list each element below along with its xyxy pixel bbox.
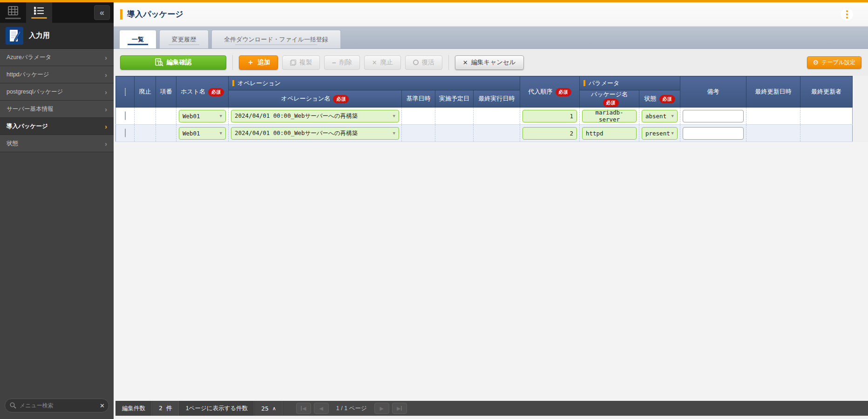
last-page-icon: ▶ xyxy=(397,405,400,412)
per-page-select[interactable]: 25 ∧ xyxy=(255,401,283,416)
col-updater: 最終更新者 xyxy=(800,76,853,108)
host-select[interactable]: Web01 ▼ xyxy=(179,127,226,140)
duplicate-icon xyxy=(290,60,296,66)
per-page-label: 1ページに表示する件数 xyxy=(179,401,255,416)
select-all-checkbox[interactable] xyxy=(125,88,126,96)
row-checkbox[interactable] xyxy=(125,128,126,137)
row-checkbox[interactable] xyxy=(125,111,126,120)
host-value: Web01 xyxy=(183,113,200,120)
data-table-zone: 廃止 項番 ホスト名必須 オペレーション 代入順序必須 パラメータ 備考 xyxy=(114,76,868,142)
menu-search-input[interactable] xyxy=(20,402,96,409)
operation-select[interactable]: 2024/04/01 00:00_Webサーバーへの再構築 ▼ xyxy=(231,110,399,122)
col-updated: 最終更新日時 xyxy=(746,76,800,108)
chevron-right-icon: › xyxy=(105,105,107,113)
package-input[interactable]: httpd xyxy=(582,127,637,140)
sidebar-item-httpd-package[interactable]: httpdパッケージ › xyxy=(0,66,114,83)
page-title: 導入パッケージ xyxy=(127,9,183,20)
edit-count-label: 編集件数 xyxy=(115,401,152,416)
sidebar-item-label: サーバー基本情報 xyxy=(7,105,54,113)
tab-list-view[interactable] xyxy=(26,2,52,23)
sidebar-item-label: httpdパッケージ xyxy=(7,71,49,79)
edit-count-number: 2 件 xyxy=(159,404,172,412)
caret-up-icon: ∧ xyxy=(272,405,276,412)
note-input[interactable] xyxy=(683,110,744,122)
state-select[interactable]: present ▼ xyxy=(642,127,678,140)
gear-icon: ⚙ xyxy=(813,59,819,66)
tab-list[interactable]: 一覧 xyxy=(119,30,156,48)
tab-download-bulk-register[interactable]: 全件ダウンロード・ファイル一括登録 xyxy=(211,30,341,48)
col-host: ホスト名必須 xyxy=(176,76,229,108)
last-page-button[interactable]: ▶ xyxy=(392,403,407,414)
prev-page-icon: ◀ xyxy=(319,405,323,412)
col-group-operation: オペレーション xyxy=(229,76,520,90)
sidebar-collapse-button[interactable]: « xyxy=(94,5,110,20)
table-settings-button[interactable]: ⚙ テーブル設定 xyxy=(807,56,861,69)
state-value: present xyxy=(645,130,670,137)
order-input[interactable]: 2 xyxy=(522,127,577,140)
chevron-right-icon: › xyxy=(105,140,107,148)
prev-page-button[interactable]: ◀ xyxy=(314,403,329,414)
sidebar-item-label: Azureパラメータ xyxy=(7,54,51,61)
sidebar-item-postgresql-package[interactable]: postgresqlパッケージ › xyxy=(0,83,114,101)
sidebar-filler xyxy=(0,152,114,395)
edit-count-value: 2 件 xyxy=(152,401,179,416)
menu-search-box: ✕ xyxy=(5,399,109,412)
sidebar-item-status[interactable]: 状態 › xyxy=(0,135,114,152)
duplicate-button[interactable]: 複製 xyxy=(282,55,320,70)
chevron-right-icon: › xyxy=(105,122,107,130)
host-value: Web01 xyxy=(183,130,200,137)
parameter-group-label: パラメータ xyxy=(589,80,619,87)
toolbar-divider xyxy=(232,55,233,70)
group-accent-bar xyxy=(232,80,234,86)
col-host-label: ホスト名 xyxy=(181,88,205,95)
note-input[interactable] xyxy=(683,127,744,140)
next-page-button[interactable]: ▶ xyxy=(374,403,389,414)
restore-label: 復活 xyxy=(422,58,434,67)
chevron-right-icon: › xyxy=(105,71,107,79)
sidebar-section-title: 入力用 xyxy=(29,31,50,40)
delete-button[interactable]: − 削除 xyxy=(324,55,360,70)
operation-select[interactable]: 2024/04/01 00:00_Webサーバーへの再構築 ▼ xyxy=(231,127,399,140)
host-select[interactable]: Web01 ▼ xyxy=(179,110,226,122)
tab-grid-view[interactable] xyxy=(0,2,26,23)
col-scheduled-date: 実施予定日 xyxy=(435,90,474,108)
col-group-parameter: パラメータ xyxy=(580,76,680,90)
minus-icon: − xyxy=(332,59,336,67)
kebab-menu-icon[interactable] xyxy=(841,8,853,20)
package-input[interactable]: mariadb-server xyxy=(582,110,637,122)
discard-button[interactable]: ✕ 廃止 xyxy=(364,55,401,70)
sidebar-item-server-basic-info[interactable]: サーバー基本情報 › xyxy=(0,101,114,118)
tab-label: 変更履歴 xyxy=(172,35,196,44)
add-button[interactable]: ＋ 追加 xyxy=(239,55,278,70)
chevron-right-icon: › xyxy=(105,88,107,96)
table-row: Web01 ▼ 2024/04/01 00:00_Webサーバーへの再構築 ▼ … xyxy=(116,125,853,142)
chevron-down-icon: ▼ xyxy=(393,114,395,118)
sidebar-section-header: 入力用 xyxy=(0,23,114,49)
table-row: Web01 ▼ 2024/04/01 00:00_Webサーバーへの再構築 ▼ … xyxy=(116,108,853,125)
state-select[interactable]: absent ▼ xyxy=(642,110,678,122)
operation-value: 2024/04/01 00:00_Webサーバーへの再構築 xyxy=(235,112,358,120)
content-spacer xyxy=(114,142,868,401)
edit-confirm-button[interactable]: 編集確認 xyxy=(120,55,226,70)
required-badge: 必須 xyxy=(556,88,571,96)
chevron-down-icon: ▼ xyxy=(220,131,222,135)
list-icon xyxy=(34,7,44,15)
tab-label: 一覧 xyxy=(132,35,144,44)
tab-change-history[interactable]: 変更履歴 xyxy=(159,30,209,48)
col-package: パッケージ名必須 xyxy=(580,90,639,108)
clear-search-icon[interactable]: ✕ xyxy=(100,402,105,409)
next-page-icon: ▶ xyxy=(380,405,383,412)
magnifier-document-icon xyxy=(155,58,163,67)
first-page-button[interactable]: ◀ xyxy=(296,403,311,414)
sidebar-item-installed-packages[interactable]: 導入パッケージ › xyxy=(0,118,114,135)
col-package-label: パッケージ名 xyxy=(591,91,628,98)
edit-cancel-button[interactable]: ✕ 編集キャンセル xyxy=(455,55,524,70)
col-order-label: 代入順序 xyxy=(529,88,553,95)
table-settings-label: テーブル設定 xyxy=(821,59,855,67)
order-input[interactable]: 1 xyxy=(522,110,577,122)
duplicate-label: 複製 xyxy=(299,58,312,67)
restore-button[interactable]: 復活 xyxy=(405,55,442,70)
sidebar-search-area: ✕ xyxy=(0,395,114,419)
required-badge: 必須 xyxy=(603,99,619,107)
sidebar-item-azure-parameter[interactable]: Azureパラメータ › xyxy=(0,49,114,66)
